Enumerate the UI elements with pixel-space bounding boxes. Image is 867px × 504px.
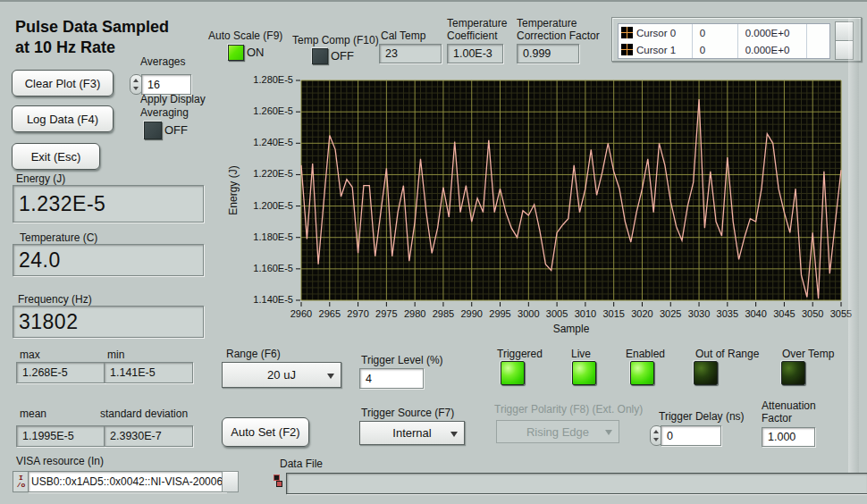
y-tick-label: 1.280E-5 bbox=[236, 74, 293, 85]
averages-label: Averages bbox=[140, 55, 185, 68]
led-over-temp bbox=[781, 361, 805, 385]
temperature-label: Temperature (C) bbox=[20, 231, 97, 244]
x-tick-label: 3020 bbox=[626, 308, 658, 319]
temperature-readout: 24.0 bbox=[13, 244, 204, 276]
y-tick-label: 1.260E-5 bbox=[236, 105, 293, 116]
apply-averaging-label-line1: Apply Display bbox=[140, 93, 206, 105]
trigger-source-dropdown[interactable]: Internal bbox=[359, 421, 465, 445]
temp-comp-toggle[interactable] bbox=[312, 48, 328, 64]
visa-dropdown-button[interactable] bbox=[222, 471, 239, 492]
temp-coefficient-input[interactable]: 1.00E-3 bbox=[447, 44, 503, 63]
x-tick-label: 2970 bbox=[342, 308, 375, 319]
y-axis-title: Energy (J) bbox=[227, 165, 240, 214]
x-tick-label: 3000 bbox=[512, 308, 544, 319]
trigger-source-value: Internal bbox=[392, 426, 431, 440]
led-label: Triggered bbox=[497, 348, 543, 360]
frequency-readout: 31802 bbox=[13, 306, 204, 338]
y-tick-label: 1.220E-5 bbox=[236, 168, 293, 179]
temp-correction-label-line1: Temperature bbox=[517, 17, 577, 29]
visa-resource-input[interactable]: USB0::0x1AD5::0x0042::NI-VISA-20006: bbox=[28, 471, 226, 492]
attenuation-input[interactable]: 1.000 bbox=[762, 427, 815, 447]
led-label: Over Temp bbox=[782, 348, 834, 360]
trigger-level-label: Trigger Level (%) bbox=[361, 354, 443, 366]
chevron-down-icon bbox=[450, 432, 458, 437]
auto-scale-state: ON bbox=[247, 46, 265, 59]
x-tick-label: 3005 bbox=[541, 308, 573, 319]
max-label: max bbox=[20, 349, 40, 361]
trigger-level-input[interactable]: 4 bbox=[359, 368, 424, 389]
y-tick-label: 1.180E-5 bbox=[236, 231, 293, 242]
page-title-line1: Pulse Data Sampled bbox=[15, 18, 169, 37]
cal-temp-label: Cal Temp bbox=[381, 29, 425, 42]
cal-temp-input[interactable]: 23 bbox=[379, 44, 442, 63]
cursor-name: Cursor 0 bbox=[636, 28, 676, 38]
clear-plot-button[interactable]: Clear Plot (F3) bbox=[12, 70, 114, 97]
x-axis-title: Sample bbox=[526, 323, 616, 335]
x-tick-label: 2960 bbox=[285, 308, 317, 319]
temp-correction-value: 0.999 bbox=[517, 44, 579, 63]
x-tick-label: 3035 bbox=[711, 308, 744, 319]
cursor-crosshair-icon bbox=[621, 27, 633, 38]
log-data-button[interactable]: Log Data (F4) bbox=[12, 105, 114, 132]
attenuation-label-line1: Attenuation bbox=[762, 399, 816, 412]
cursor-row[interactable]: Cursor 000.000E+0 bbox=[619, 24, 829, 41]
visa-resource-label: VISA resource (In) bbox=[16, 455, 104, 467]
trigger-polarity-dropdown[interactable]: Rising Edge bbox=[496, 420, 619, 443]
cursor-extra-cell bbox=[807, 24, 829, 41]
page-title-line2: at 10 Hz Rate bbox=[15, 38, 115, 57]
x-tick-label: 3010 bbox=[569, 308, 602, 319]
cursor-row[interactable]: Cursor 100.000E+0 bbox=[619, 41, 829, 58]
led-out-of-range bbox=[694, 361, 718, 385]
temp-coefficient-label-line2: Coefficient bbox=[447, 29, 497, 42]
range-dropdown[interactable]: 20 uJ bbox=[222, 362, 341, 388]
led-live bbox=[572, 361, 596, 385]
x-tick-label: 3040 bbox=[740, 308, 772, 319]
x-tick-label: 2990 bbox=[456, 308, 488, 319]
exit-button[interactable]: Exit (Esc) bbox=[12, 143, 100, 170]
x-tick-label: 2980 bbox=[399, 308, 431, 319]
auto-scale-toggle[interactable] bbox=[228, 45, 244, 61]
y-tick-label: 1.160E-5 bbox=[236, 263, 293, 273]
temp-correction-label-line2: Correction Factor bbox=[517, 29, 600, 42]
apply-averaging-state: OFF bbox=[164, 124, 188, 137]
temp-comp-state: OFF bbox=[331, 50, 354, 63]
temp-comp-label: Temp Comp (F10) bbox=[292, 34, 379, 46]
frequency-label: Frequency (Hz) bbox=[18, 293, 92, 306]
x-tick-label: 2995 bbox=[484, 308, 517, 319]
trigger-delay-input[interactable]: 0 bbox=[661, 425, 721, 446]
cursor-crosshair-icon bbox=[621, 44, 633, 55]
x-tick-label: 3030 bbox=[683, 308, 715, 319]
x-tick-label: 3050 bbox=[796, 308, 829, 319]
waveform-chart[interactable] bbox=[295, 79, 846, 309]
range-label: Range (F6) bbox=[226, 348, 281, 360]
data-file-label: Data File bbox=[280, 458, 323, 470]
path-icon bbox=[274, 475, 282, 488]
x-tick-label: 3015 bbox=[598, 308, 630, 319]
cursor-legend-table: Cursor 000.000E+0Cursor 100.000E+0 bbox=[618, 23, 830, 59]
std-readout: 2.3930E-7 bbox=[104, 425, 193, 447]
x-tick-label: 2975 bbox=[370, 308, 402, 319]
led-label: Out of Range bbox=[695, 348, 759, 360]
data-file-input[interactable] bbox=[286, 473, 867, 494]
std-label: standard deviation bbox=[100, 407, 188, 420]
front-panel: Pulse Data Sampled at 10 Hz Rate Clear P… bbox=[0, 0, 867, 504]
min-readout: 1.141E-5 bbox=[104, 362, 193, 383]
attenuation-label-line2: Factor bbox=[762, 412, 792, 424]
apply-averaging-label-line2: Averaging bbox=[140, 106, 189, 119]
trigger-polarity-value: Rising Edge bbox=[526, 425, 589, 439]
right-scroll-strip bbox=[848, 18, 859, 491]
led-label: Live bbox=[571, 348, 591, 360]
apply-averaging-toggle[interactable] bbox=[144, 122, 162, 139]
cursor-name-cell: Cursor 1 bbox=[619, 41, 693, 58]
auto-scale-label: Auto Scale (F9) bbox=[208, 29, 282, 42]
range-value: 20 uJ bbox=[267, 368, 296, 382]
cursor-x-cell: 0 bbox=[693, 41, 738, 58]
auto-set-button[interactable]: Auto Set (F2) bbox=[222, 417, 309, 447]
chevron-down-icon bbox=[327, 374, 334, 379]
mean-readout: 1.1995E-5 bbox=[16, 425, 105, 447]
led-triggered bbox=[501, 361, 525, 385]
cursor-y-cell: 0.000E+0 bbox=[738, 24, 808, 41]
y-tick-label: 1.200E-5 bbox=[236, 200, 293, 211]
averages-input[interactable]: 16 bbox=[141, 74, 191, 95]
window-top-edge bbox=[0, 0, 867, 2]
